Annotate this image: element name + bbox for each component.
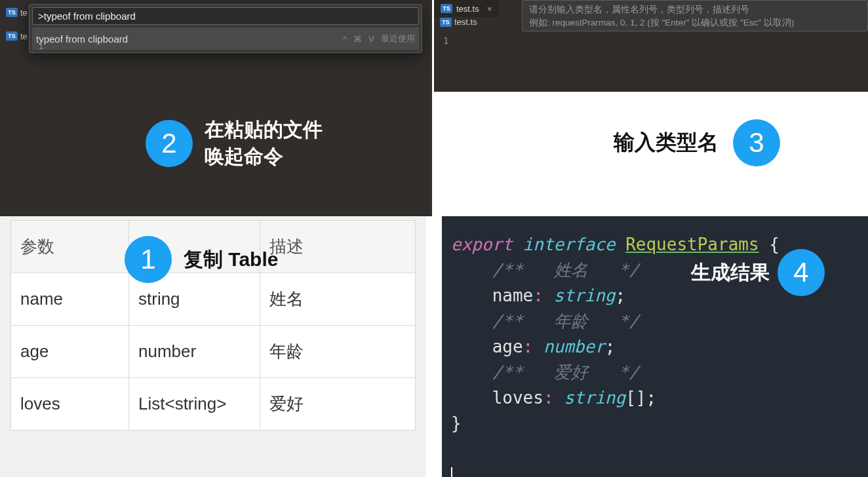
step-4: 生成结果 4: [778, 249, 825, 296]
typescript-icon: TS: [6, 8, 18, 17]
type-name: RequestParams: [625, 235, 759, 254]
cell-type: number: [129, 326, 260, 378]
prop-name: age: [492, 337, 523, 356]
line-number: 1: [38, 41, 43, 51]
command-palette-input[interactable]: [32, 7, 419, 25]
cell-desc: 爱好: [260, 378, 416, 430]
semi: ;: [615, 286, 625, 305]
step-1: 1 复制 Table: [125, 236, 278, 283]
cell-desc: 姓名: [260, 273, 416, 326]
cmd-icon: ⌘: [353, 34, 362, 44]
command-palette-item-label: typeof from clipboard: [36, 33, 128, 45]
step-badge: 3: [733, 119, 780, 166]
sidebar-file-1[interactable]: TS te: [6, 5, 28, 20]
input-prompt[interactable]: 请分别输入类型名，属性名列号，类型列号，描述列号 例如: requestPrar…: [522, 0, 868, 31]
prop-type: string: [554, 286, 616, 305]
text-cursor: [451, 467, 452, 478]
cell-desc: 年龄: [260, 326, 416, 378]
semi: ;: [605, 337, 616, 356]
colon: :: [543, 388, 554, 408]
step-badge: 1: [125, 236, 172, 283]
line-number: 1: [434, 31, 460, 58]
prompt-hint: 例如: requestPrarmas, 0, 1, 2 (按 "Enter" 以…: [529, 16, 861, 29]
th-desc: 描述: [260, 221, 416, 273]
panel-type-input: TS test.ts × TS test.ts 请分别输入类型名，属性名列号，类…: [434, 0, 868, 216]
step-label: 生成结果: [691, 259, 770, 286]
caret-up-icon: ^: [343, 34, 347, 44]
comment: /** 爱好 */: [492, 362, 639, 382]
tab-test-ts[interactable]: TS test.ts ×: [434, 0, 498, 17]
prop-type: number: [543, 337, 605, 356]
prop-name: loves: [492, 388, 543, 408]
colon: :: [533, 286, 543, 305]
step-badge: 2: [146, 120, 193, 167]
chevron-down-icon: V: [368, 34, 374, 44]
tab-label: test.ts: [456, 4, 479, 14]
prop-name: name: [492, 286, 534, 305]
prop-type: string: [564, 388, 625, 408]
step-2: 2 在粘贴的文件唤起命令: [146, 117, 323, 170]
cell-param: name: [11, 273, 129, 326]
sidebar-file-2[interactable]: TS te: [6, 29, 28, 43]
typescript-icon: TS: [6, 31, 18, 41]
kw-interface: interface: [523, 235, 616, 254]
command-palette-item[interactable]: typeof from clipboard ^ ⌘ V 最近使用: [32, 28, 419, 50]
sidebar-file-label: test.ts: [454, 17, 477, 27]
editor-area: TS test.ts × TS test.ts 请分别输入类型名，属性名列号，类…: [434, 0, 868, 92]
table-row: age number 年龄: [11, 326, 416, 378]
command-palette: typeof from clipboard ^ ⌘ V 最近使用: [29, 4, 422, 53]
step-label: 输入类型名: [614, 128, 719, 157]
array-brackets: []: [625, 388, 646, 408]
command-palette-trail: ^ ⌘ V 最近使用: [343, 33, 415, 45]
th-param: 参数: [11, 221, 129, 273]
cell-param: age: [11, 326, 129, 378]
comment: /** 年龄 */: [492, 311, 639, 331]
step-badge: 4: [778, 249, 825, 296]
step-3: 输入类型名 3: [614, 119, 780, 166]
table-row: loves List<string> 爱好: [11, 378, 416, 430]
sidebar-file-1-label: te: [20, 8, 28, 18]
step-label: 在粘贴的文件唤起命令: [205, 117, 323, 170]
comment: /** 姓名 */: [492, 260, 639, 280]
close-icon[interactable]: ×: [487, 4, 492, 14]
typescript-icon: TS: [440, 18, 452, 27]
colon: :: [523, 337, 534, 356]
typescript-icon: TS: [441, 4, 452, 13]
brace-close: }: [451, 413, 462, 433]
cell-type: List<string>: [129, 378, 260, 430]
panel-command-palette: TS te TS te typeof from clipboard ^ ⌘ V …: [0, 0, 434, 216]
step-label: 复制 Table: [184, 246, 278, 273]
prompt-placeholder: 请分别输入类型名，属性名列号，类型列号，描述列号: [529, 3, 861, 16]
sidebar-file[interactable]: TS test.ts: [440, 17, 477, 27]
kw-export: export: [451, 235, 513, 254]
semi: ;: [646, 388, 656, 408]
cell-param: loves: [11, 378, 129, 430]
palette-recent-label: 最近使用: [381, 33, 415, 45]
sidebar-file-2-label: te: [20, 31, 28, 41]
